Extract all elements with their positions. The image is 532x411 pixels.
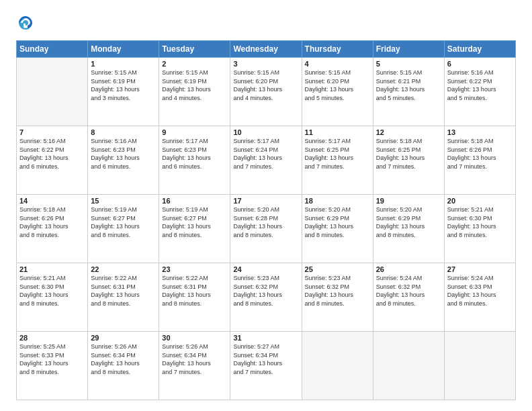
column-header-friday: Friday: [373, 41, 444, 58]
day-number: 24: [233, 265, 298, 273]
day-number: 25: [305, 265, 370, 273]
day-info: Sunrise: 5:17 AM Sunset: 6:23 PM Dayligh…: [162, 137, 227, 171]
day-cell: 18Sunrise: 5:20 AM Sunset: 6:29 PM Dayli…: [302, 195, 373, 263]
day-info: Sunrise: 5:24 AM Sunset: 6:32 PM Dayligh…: [376, 274, 441, 308]
day-info: Sunrise: 5:27 AM Sunset: 6:34 PM Dayligh…: [233, 342, 298, 376]
calendar-table: SundayMondayTuesdayWednesdayThursdayFrid…: [16, 40, 516, 400]
logo-icon: [16, 13, 35, 32]
day-number: 17: [233, 197, 298, 205]
day-cell: 14Sunrise: 5:18 AM Sunset: 6:26 PM Dayli…: [17, 195, 88, 263]
day-info: Sunrise: 5:18 AM Sunset: 6:25 PM Dayligh…: [376, 137, 441, 171]
day-info: Sunrise: 5:17 AM Sunset: 6:25 PM Dayligh…: [305, 137, 370, 171]
column-header-thursday: Thursday: [302, 41, 373, 58]
day-number: 6: [447, 60, 513, 68]
day-number: 30: [162, 334, 227, 342]
day-cell: 22Sunrise: 5:22 AM Sunset: 6:31 PM Dayli…: [88, 263, 159, 332]
day-cell: 16Sunrise: 5:19 AM Sunset: 6:27 PM Dayli…: [159, 195, 230, 263]
day-number: 18: [305, 197, 370, 205]
day-cell: 8Sunrise: 5:16 AM Sunset: 6:23 PM Daylig…: [88, 126, 159, 195]
day-cell: 21Sunrise: 5:21 AM Sunset: 6:30 PM Dayli…: [17, 263, 88, 332]
day-info: Sunrise: 5:17 AM Sunset: 6:24 PM Dayligh…: [233, 137, 298, 171]
day-cell: 4Sunrise: 5:15 AM Sunset: 6:20 PM Daylig…: [302, 58, 373, 126]
day-info: Sunrise: 5:16 AM Sunset: 6:23 PM Dayligh…: [91, 137, 156, 171]
day-cell: 30Sunrise: 5:26 AM Sunset: 6:34 PM Dayli…: [159, 332, 230, 400]
day-number: 11: [305, 128, 370, 136]
day-cell: 7Sunrise: 5:16 AM Sunset: 6:22 PM Daylig…: [17, 126, 88, 195]
day-number: 12: [376, 128, 441, 136]
day-cell: 27Sunrise: 5:24 AM Sunset: 6:33 PM Dayli…: [444, 263, 515, 332]
day-info: Sunrise: 5:19 AM Sunset: 6:27 PM Dayligh…: [91, 205, 156, 239]
day-info: Sunrise: 5:25 AM Sunset: 6:33 PM Dayligh…: [19, 342, 85, 376]
day-number: 21: [19, 265, 85, 273]
day-cell: [444, 332, 515, 400]
day-cell: 2Sunrise: 5:15 AM Sunset: 6:19 PM Daylig…: [159, 58, 230, 126]
day-info: Sunrise: 5:24 AM Sunset: 6:33 PM Dayligh…: [447, 274, 513, 308]
day-number: 27: [447, 265, 513, 273]
column-header-saturday: Saturday: [444, 41, 515, 58]
day-info: Sunrise: 5:26 AM Sunset: 6:34 PM Dayligh…: [91, 342, 156, 376]
day-cell: 29Sunrise: 5:26 AM Sunset: 6:34 PM Dayli…: [88, 332, 159, 400]
week-row-4: 21Sunrise: 5:21 AM Sunset: 6:30 PM Dayli…: [17, 263, 516, 332]
day-info: Sunrise: 5:15 AM Sunset: 6:19 PM Dayligh…: [162, 68, 227, 102]
day-cell: 12Sunrise: 5:18 AM Sunset: 6:25 PM Dayli…: [373, 126, 444, 195]
day-cell: 5Sunrise: 5:15 AM Sunset: 6:21 PM Daylig…: [373, 58, 444, 126]
day-cell: 23Sunrise: 5:22 AM Sunset: 6:31 PM Dayli…: [159, 263, 230, 332]
day-info: Sunrise: 5:15 AM Sunset: 6:20 PM Dayligh…: [233, 68, 298, 102]
day-cell: 13Sunrise: 5:18 AM Sunset: 6:26 PM Dayli…: [444, 126, 515, 195]
day-info: Sunrise: 5:20 AM Sunset: 6:29 PM Dayligh…: [376, 205, 441, 239]
day-cell: 17Sunrise: 5:20 AM Sunset: 6:28 PM Dayli…: [230, 195, 302, 263]
day-cell: 3Sunrise: 5:15 AM Sunset: 6:20 PM Daylig…: [230, 58, 302, 126]
day-info: Sunrise: 5:21 AM Sunset: 6:30 PM Dayligh…: [19, 274, 85, 308]
column-header-monday: Monday: [88, 41, 159, 58]
day-number: 29: [91, 334, 156, 342]
day-cell: 6Sunrise: 5:16 AM Sunset: 6:22 PM Daylig…: [444, 58, 515, 126]
week-row-3: 14Sunrise: 5:18 AM Sunset: 6:26 PM Dayli…: [17, 195, 516, 263]
day-number: 31: [233, 334, 298, 342]
calendar-header-row: SundayMondayTuesdayWednesdayThursdayFrid…: [17, 41, 516, 58]
day-number: 2: [162, 60, 227, 68]
day-number: 8: [91, 128, 156, 136]
day-number: 28: [19, 334, 85, 342]
day-cell: 28Sunrise: 5:25 AM Sunset: 6:33 PM Dayli…: [17, 332, 88, 400]
day-cell: 15Sunrise: 5:19 AM Sunset: 6:27 PM Dayli…: [88, 195, 159, 263]
day-cell: [302, 332, 373, 400]
day-number: 14: [19, 197, 85, 205]
day-cell: 20Sunrise: 5:21 AM Sunset: 6:30 PM Dayli…: [444, 195, 515, 263]
day-info: Sunrise: 5:18 AM Sunset: 6:26 PM Dayligh…: [19, 205, 85, 239]
column-header-tuesday: Tuesday: [159, 41, 230, 58]
day-number: 3: [233, 60, 298, 68]
day-number: 4: [305, 60, 370, 68]
day-info: Sunrise: 5:23 AM Sunset: 6:32 PM Dayligh…: [233, 274, 298, 308]
day-number: 20: [447, 197, 513, 205]
day-number: 16: [162, 197, 227, 205]
day-number: 19: [376, 197, 441, 205]
day-info: Sunrise: 5:23 AM Sunset: 6:32 PM Dayligh…: [305, 274, 370, 308]
column-header-wednesday: Wednesday: [230, 41, 302, 58]
day-info: Sunrise: 5:21 AM Sunset: 6:30 PM Dayligh…: [447, 205, 513, 239]
day-number: 7: [19, 128, 85, 136]
day-number: 1: [91, 60, 156, 68]
day-number: 10: [233, 128, 298, 136]
day-cell: 24Sunrise: 5:23 AM Sunset: 6:32 PM Dayli…: [230, 263, 302, 332]
day-cell: 25Sunrise: 5:23 AM Sunset: 6:32 PM Dayli…: [302, 263, 373, 332]
day-info: Sunrise: 5:15 AM Sunset: 6:21 PM Dayligh…: [376, 68, 441, 102]
day-cell: 9Sunrise: 5:17 AM Sunset: 6:23 PM Daylig…: [159, 126, 230, 195]
day-info: Sunrise: 5:16 AM Sunset: 6:22 PM Dayligh…: [19, 137, 85, 171]
day-number: 26: [376, 265, 441, 273]
day-info: Sunrise: 5:15 AM Sunset: 6:19 PM Dayligh…: [91, 68, 156, 102]
day-cell: 26Sunrise: 5:24 AM Sunset: 6:32 PM Dayli…: [373, 263, 444, 332]
day-cell: 19Sunrise: 5:20 AM Sunset: 6:29 PM Dayli…: [373, 195, 444, 263]
column-header-sunday: Sunday: [17, 41, 88, 58]
day-info: Sunrise: 5:20 AM Sunset: 6:29 PM Dayligh…: [305, 205, 370, 239]
week-row-2: 7Sunrise: 5:16 AM Sunset: 6:22 PM Daylig…: [17, 126, 516, 195]
day-cell: [373, 332, 444, 400]
day-info: Sunrise: 5:22 AM Sunset: 6:31 PM Dayligh…: [162, 274, 227, 308]
day-info: Sunrise: 5:16 AM Sunset: 6:22 PM Dayligh…: [447, 68, 513, 102]
day-info: Sunrise: 5:26 AM Sunset: 6:34 PM Dayligh…: [162, 342, 227, 376]
day-cell: 1Sunrise: 5:15 AM Sunset: 6:19 PM Daylig…: [88, 58, 159, 126]
day-info: Sunrise: 5:15 AM Sunset: 6:20 PM Dayligh…: [305, 68, 370, 102]
page: SundayMondayTuesdayWednesdayThursdayFrid…: [0, 0, 532, 411]
day-cell: 11Sunrise: 5:17 AM Sunset: 6:25 PM Dayli…: [302, 126, 373, 195]
day-number: 15: [91, 197, 156, 205]
day-number: 13: [447, 128, 513, 136]
